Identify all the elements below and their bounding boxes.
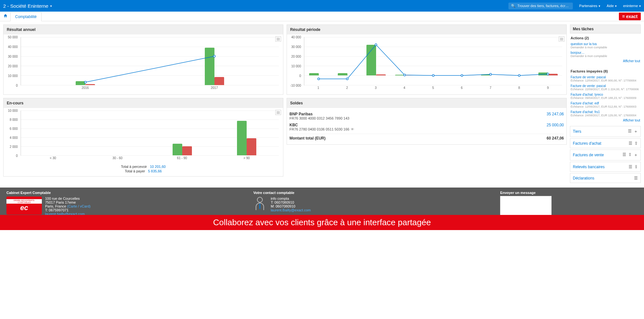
invoice-item[interactable]: Facture d'achat: lyrecoÉchéance: 09/04/2… <box>570 92 641 101</box>
chart-outstanding: 02 0004 0006 0008 00010 000< 3030 - 6061… <box>6 111 280 162</box>
panel-balances: Soldes BNP Paribas FR76 3000 4000 0312 3… <box>287 98 567 145</box>
svg-point-5 <box>404 74 406 76</box>
user-menu[interactable]: eninterne▾ <box>623 4 641 8</box>
chart-period: -10 000010 00020 00030 00040 00012345678… <box>289 37 564 92</box>
addr2: 75017 Paris 17eme <box>45 200 90 204</box>
ql-sales-invoices[interactable]: Factures de vente ☰⇪＋ <box>570 150 641 160</box>
eye-icon[interactable]: 👁 <box>351 127 354 131</box>
panel-title-period: Résultat période <box>287 25 566 34</box>
addr1: 100 rue de Courcelles <box>45 197 90 200</box>
svg-point-2 <box>318 78 320 80</box>
partners-link[interactable]: Partenaires▾ <box>579 4 600 8</box>
svg-point-4 <box>375 44 377 46</box>
home-icon[interactable] <box>3 14 8 19</box>
svg-point-9 <box>518 74 520 76</box>
invoice-item[interactable]: Facture d'achat: edfÉchéance: 12/05/2017… <box>570 101 641 109</box>
map-link[interactable]: (Carte / vCard) <box>67 204 90 208</box>
invoice-item[interactable]: Facture de vente: pascalÉchéance: 22/09/… <box>570 83 641 92</box>
tab-accounting[interactable]: Comptabilité <box>10 12 42 21</box>
cabinet-tel: T: 0675997071 <box>45 208 90 212</box>
contact-mobile: M: 0607080910 <box>271 204 311 208</box>
chevron-down-icon: ▾ <box>615 4 617 8</box>
action-item[interactable]: bonjour…Demander à mon comptable <box>570 50 641 59</box>
outstanding-totals: Total à percevoir 10 201,60 Total à paye… <box>6 165 280 173</box>
svg-point-7 <box>461 74 463 76</box>
banner: Collaborez avec vos clients grâce à une … <box>0 215 644 230</box>
panel-title-outstanding: En-cours <box>4 98 283 108</box>
msg-title: Envoyer un message <box>500 191 638 195</box>
action-item[interactable]: question sur la tvaDemander à mon compta… <box>570 41 641 50</box>
list-icon[interactable]: ☰ <box>629 164 632 169</box>
ql-purchase-invoices[interactable]: Factures d'achat ☰⇪ <box>570 138 641 148</box>
panel-title-annual: Résultat annuel <box>4 25 283 34</box>
svg-point-3 <box>346 78 348 80</box>
svg-point-6 <box>432 74 434 76</box>
contact-title: Votre contact comptable <box>253 191 494 195</box>
panel-title-balances: Soldes <box>287 98 566 108</box>
payable-value[interactable]: 5 835,66 <box>148 169 162 173</box>
panel-outstanding: En-cours 02 0004 0006 0008 00010 000< 30… <box>3 98 283 177</box>
search-placeholder: Trouver des tiers, factures, écr… <box>517 4 569 8</box>
invoice-item[interactable]: Facture de vente: pascalÉchéance: 12/04/… <box>570 74 641 83</box>
actions-title: Actions (2) <box>570 35 641 41</box>
payable-label: Total à payer <box>125 169 145 173</box>
ordre-logo: ORDRE DES EXPERTS-COMPTABLES ec <box>6 197 42 215</box>
topbar: 2 - Société Eninterne ▾ 🔍 Trouver des ti… <box>0 0 644 12</box>
svg-point-8 <box>490 73 492 75</box>
bank1-iban: FR76 3000 4000 0312 3456 7890 143 <box>289 116 349 120</box>
svg-point-0 <box>84 81 86 83</box>
tasks-title: Mes tâches <box>570 24 641 34</box>
chevron-down-icon: ▾ <box>599 4 600 8</box>
cabinet-title: Cabinet Expert Comptable <box>6 191 247 195</box>
chevron-down-icon: ▾ <box>639 4 641 8</box>
search-box[interactable]: 🔍 Trouver des tiers, factures, écr… <box>508 3 573 9</box>
upload-icon[interactable]: ⇪ <box>634 164 638 169</box>
invoice-item[interactable]: Facture d'achat: frs1Échéance: 24/08/201… <box>570 109 641 118</box>
search-icon: 🔍 <box>511 4 516 8</box>
list-icon[interactable]: ☰ <box>634 176 638 180</box>
ql-tiers[interactable]: Tiers ☰＋ <box>570 126 641 137</box>
contact-email[interactable]: laurent.Bailly@exact.com <box>271 208 311 212</box>
plus-icon[interactable]: ＋ <box>634 129 638 134</box>
panel-annual-result: Résultat annuel 010 00020 00030 00040 00… <box>3 24 283 95</box>
chart-annual: 010 00020 00030 00040 00050 00020162017 <box>6 37 280 92</box>
contact-tel: T: 0607080910 <box>271 200 311 204</box>
plus-icon[interactable]: ＋ <box>634 152 638 158</box>
bank2-iban: FR76 2780 0400 0106 0511 5030 166 👁 <box>289 127 354 131</box>
list-icon[interactable]: ☰ <box>629 141 632 146</box>
bank2-amount[interactable]: 25 000,00 <box>547 123 564 131</box>
help-link[interactable]: Aide▾ <box>607 4 617 8</box>
svg-point-1 <box>213 55 215 57</box>
total-amount: 60 247,06 <box>547 136 564 140</box>
list-icon[interactable]: ☰ <box>628 129 632 134</box>
total-label: Montant total (EUR) <box>289 136 326 140</box>
panel-period-result: Résultat période -10 000010 00020 00030 … <box>287 24 567 95</box>
show-all-invoices[interactable]: Afficher tout <box>570 118 641 123</box>
receivable-label: Total à percevoir <box>121 165 147 169</box>
show-all-actions[interactable]: Afficher tout <box>570 59 641 63</box>
invoices-title: Factures impayées (8) <box>570 68 641 74</box>
bank1-name: BNP Paribas <box>289 112 349 116</box>
navbar: Comptabilité = exact <box>0 12 644 21</box>
upload-icon[interactable]: ⇪ <box>628 152 632 158</box>
chevron-down-icon: ▾ <box>50 4 52 8</box>
receivable-value[interactable]: 10 201,60 <box>150 165 166 169</box>
bank1-amount[interactable]: 35 247,06 <box>547 112 564 120</box>
list-icon[interactable]: ☰ <box>622 152 626 158</box>
contact-name: info compta <box>271 197 311 200</box>
footer: Cabinet Expert Comptable ORDRE DES EXPER… <box>0 188 644 230</box>
svg-point-10 <box>547 73 549 75</box>
exact-logo: = exact <box>619 13 641 20</box>
avatar-icon <box>253 197 266 211</box>
svg-point-11 <box>257 197 262 202</box>
company-selector[interactable]: 2 - Société Eninterne ▾ <box>3 3 52 9</box>
upload-icon[interactable]: ⇪ <box>634 141 638 146</box>
ql-declarations[interactable]: Déclarations ☰ <box>570 173 641 183</box>
bank2-name: KBC <box>289 123 354 127</box>
ql-bank-statements[interactable]: Relevés bancaires ☰⇪ <box>570 162 641 172</box>
company-name: 2 - Société Eninterne <box>3 3 48 9</box>
